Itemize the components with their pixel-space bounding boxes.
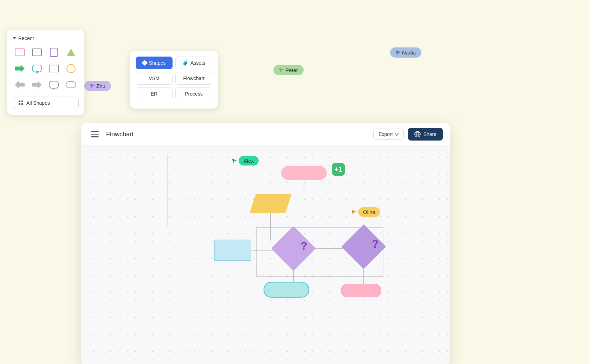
fc-start-node[interactable] — [281, 166, 327, 180]
assets-tab[interactable]: 🧳 Assets — [175, 57, 212, 69]
cursor-arrow-zhu — [90, 84, 95, 89]
shapes-tab[interactable]: Shapes — [136, 57, 173, 69]
shape-triangle[interactable] — [64, 45, 78, 59]
fc-add-badge[interactable]: +1 — [332, 163, 345, 176]
all-shapes-label: All Shapes — [26, 100, 50, 106]
fc-question-mark-2: ? — [372, 238, 379, 251]
cursor-label-alex-bubble: Alex — [239, 156, 259, 165]
svg-marker-8 — [232, 158, 237, 163]
cursor-alex: Alex — [232, 156, 259, 165]
menu-button[interactable] — [88, 127, 102, 141]
globe-icon — [414, 131, 421, 137]
fc-end-node[interactable] — [341, 284, 381, 297]
assets-tab-label: Assets — [190, 60, 205, 66]
share-button[interactable]: Share — [408, 128, 443, 141]
pink-rect-icon — [15, 48, 25, 56]
shape-stadium[interactable] — [64, 78, 78, 92]
hamburger-icon — [91, 131, 99, 137]
right-arrow-icon — [32, 81, 42, 89]
export-button[interactable]: Export — [373, 129, 403, 140]
document-title[interactable]: Flowchart — [106, 131, 369, 138]
shape-right-arrow[interactable] — [30, 78, 44, 92]
cursor-label-alex-text: Alex — [244, 158, 254, 164]
circle-icon — [66, 64, 76, 73]
fc-terminal-node[interactable] — [264, 282, 309, 298]
shape-green-arrow[interactable] — [13, 61, 27, 76]
cursor-label-zhu-text: Zhu — [96, 83, 105, 89]
app-window: Flowchart Export Share — [81, 123, 450, 364]
shapes-tabs-row: Shapes 🧳 Assets — [136, 57, 212, 69]
speech-bubble2-icon — [49, 81, 59, 89]
lines-rect2-icon — [49, 65, 59, 72]
cursor-arrow-alex — [232, 158, 237, 163]
toolbar: Flowchart Export Share — [81, 123, 450, 146]
process-label: Process — [185, 91, 203, 97]
shape-purple-rect[interactable] — [47, 45, 61, 59]
process-category-btn[interactable]: Process — [175, 87, 212, 100]
lines-rect-icon — [32, 48, 42, 56]
shape-pink-rect[interactable] — [13, 45, 27, 59]
svg-marker-0 — [90, 84, 95, 89]
cursor-label-nadia-text: Nadia — [402, 50, 416, 56]
panel-divider — [167, 155, 168, 226]
shape-speech-bubble[interactable] — [30, 61, 44, 76]
cursor-arrow-nadia — [396, 50, 401, 55]
category-row-1: VSM Flowchart — [136, 72, 212, 85]
cursor-peter: Peter — [273, 65, 304, 75]
er-label: ER — [151, 91, 157, 97]
vsm-label: VSM — [149, 76, 159, 81]
chevron-down-icon — [13, 37, 16, 39]
green-arrow-icon — [15, 65, 25, 72]
shapes-dropdown: Shapes 🧳 Assets VSM Flowchart ER Process — [130, 51, 218, 109]
left-arrow-icon — [15, 81, 25, 89]
shape-yellow-circle[interactable] — [64, 61, 78, 76]
speech-bubble-icon — [32, 65, 42, 72]
share-label: Share — [423, 131, 436, 137]
shapes-grid — [13, 45, 79, 92]
purple-rect-icon — [50, 48, 58, 57]
category-row-2: ER Process — [136, 87, 212, 100]
export-label: Export — [378, 131, 393, 137]
cursor-nadia: Nadia — [390, 47, 421, 58]
er-category-btn[interactable]: ER — [136, 87, 173, 100]
stadium-icon — [66, 81, 76, 88]
svg-marker-1 — [279, 68, 284, 73]
fc-decision-node-1[interactable] — [271, 226, 316, 271]
shape-speech-bubble2[interactable] — [47, 78, 61, 92]
cursor-zhu: Zhu — [84, 81, 111, 91]
flowchart-container: +1 ? ? — [207, 166, 446, 364]
flowchart-label: Flowchart — [183, 76, 205, 81]
flowchart-category-btn[interactable]: Flowchart — [175, 72, 212, 85]
shape-lines-rect[interactable] — [30, 45, 44, 59]
shape-left-arrow[interactable] — [13, 78, 27, 92]
fc-decision-node-2[interactable] — [341, 224, 386, 269]
grid-icon — [19, 100, 24, 105]
recent-header: Recent — [13, 35, 79, 41]
cursor-arrow-peter — [279, 68, 284, 73]
shape-lines-rect2[interactable] — [47, 61, 61, 76]
cursor-label-peter-text: Peter — [285, 67, 298, 73]
svg-marker-2 — [396, 50, 401, 55]
recent-label: Recent — [18, 35, 34, 41]
triangle-icon — [67, 48, 75, 56]
fc-data-node[interactable] — [214, 240, 251, 261]
connector-lines — [207, 166, 446, 364]
fc-process-node[interactable] — [250, 194, 292, 213]
all-shapes-button[interactable]: All Shapes — [13, 97, 79, 109]
canvas-area[interactable]: Alex Olina — [81, 145, 450, 364]
shapes-tab-label: Shapes — [149, 60, 166, 66]
chevron-down-icon — [395, 133, 399, 136]
diamond-icon — [142, 60, 148, 66]
shapes-panel: Recent — [7, 30, 84, 115]
fc-question-mark-1: ? — [300, 240, 308, 253]
briefcase-icon: 🧳 — [182, 60, 188, 66]
vsm-category-btn[interactable]: VSM — [136, 72, 173, 85]
